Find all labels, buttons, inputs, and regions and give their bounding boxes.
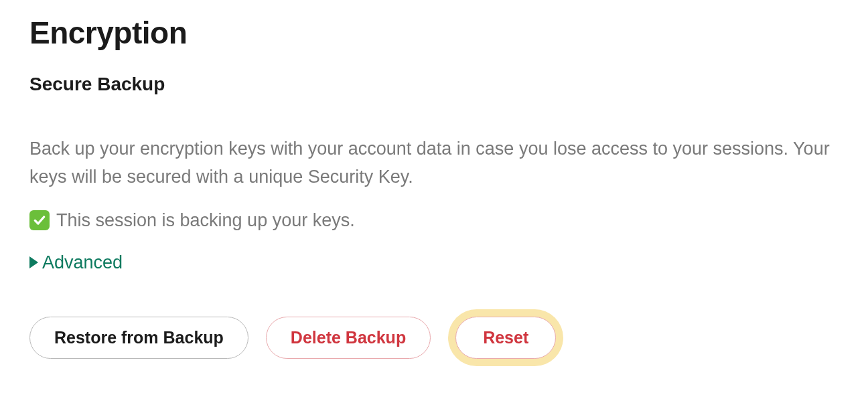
backup-status-text: This session is backing up your keys. [56,210,355,231]
delete-backup-button[interactable]: Delete Backup [266,317,431,359]
backup-status-row: This session is backing up your keys. [29,210,839,231]
section-title: Secure Backup [29,74,839,95]
advanced-label: Advanced [42,252,123,273]
triangle-right-icon [29,256,38,268]
restore-from-backup-button[interactable]: Restore from Backup [29,317,248,359]
secure-backup-description: Back up your encryption keys with your a… [29,135,833,191]
encryption-settings: Encryption Secure Backup Back up your en… [0,0,868,380]
button-row: Restore from Backup Delete Backup Reset [29,309,839,366]
checkmark-icon [29,210,50,230]
reset-button[interactable]: Reset [455,317,556,359]
page-title: Encryption [29,15,839,51]
reset-button-highlight: Reset [448,309,563,366]
advanced-toggle[interactable]: Advanced [29,252,123,273]
